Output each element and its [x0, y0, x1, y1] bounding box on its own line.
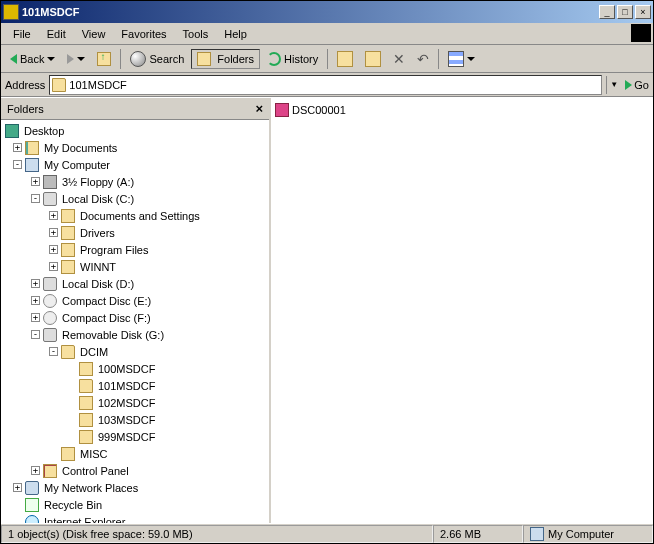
tree-floppy[interactable]: 3½ Floppy (A:)	[60, 176, 136, 188]
folder-icon	[79, 396, 93, 410]
menu-favorites[interactable]: Favorites	[113, 26, 174, 42]
folder-icon	[61, 226, 75, 240]
image-file-icon	[275, 103, 289, 117]
history-button[interactable]: History	[262, 50, 323, 68]
chevron-down-icon	[77, 57, 85, 61]
tree-dcim[interactable]: DCIM	[78, 346, 110, 358]
control-panel-icon	[43, 464, 57, 478]
mydocs-icon	[25, 141, 39, 155]
history-icon	[267, 52, 281, 66]
folder-icon	[61, 447, 75, 461]
tree-101msdcf[interactable]: 101MSDCF	[96, 380, 157, 392]
tree-cpanel[interactable]: Control Panel	[60, 465, 131, 477]
address-dropdown-button[interactable]: ▼	[606, 76, 621, 94]
address-input[interactable]: 101MSDCF	[49, 75, 602, 95]
tree-103msdcf[interactable]: 103MSDCF	[96, 414, 157, 426]
ie-icon	[25, 515, 39, 524]
expand-button[interactable]: +	[49, 211, 58, 220]
tree-mycomp[interactable]: My Computer	[42, 159, 112, 171]
drive-icon	[43, 192, 57, 206]
drive-icon	[43, 328, 57, 342]
folder-tree[interactable]: Desktop +My Documents -My Computer +3½ F…	[1, 120, 269, 523]
folder-open-icon	[79, 379, 93, 393]
move-to-button[interactable]	[332, 49, 358, 69]
collapse-button[interactable]: -	[49, 347, 58, 356]
tree-recycle[interactable]: Recycle Bin	[42, 499, 104, 511]
search-label: Search	[149, 53, 184, 65]
folders-button[interactable]: Folders	[191, 49, 260, 69]
collapse-button[interactable]: -	[31, 194, 40, 203]
cd-icon	[43, 294, 57, 308]
tree-mydocs[interactable]: My Documents	[42, 142, 119, 154]
expand-button[interactable]: +	[31, 313, 40, 322]
tree-docset[interactable]: Documents and Settings	[78, 210, 202, 222]
tree-ie[interactable]: Internet Explorer	[42, 516, 127, 524]
menu-view[interactable]: View	[74, 26, 114, 42]
tree-e[interactable]: Compact Disc (E:)	[60, 295, 153, 307]
minimize-button[interactable]: _	[599, 5, 615, 19]
arrow-forward-icon	[67, 54, 74, 64]
chevron-down-icon	[467, 57, 475, 61]
mycomp-icon	[530, 527, 544, 541]
tree-progfiles[interactable]: Program Files	[78, 244, 150, 256]
expand-button[interactable]: +	[31, 177, 40, 186]
tree-drivers[interactable]: Drivers	[78, 227, 117, 239]
views-button[interactable]	[443, 49, 480, 69]
separator	[120, 49, 121, 69]
tree-misc[interactable]: MISC	[78, 448, 110, 460]
tree-desktop[interactable]: Desktop	[22, 125, 66, 137]
expand-button[interactable]: +	[13, 483, 22, 492]
folder-icon	[79, 362, 93, 376]
folder-open-icon	[52, 78, 66, 92]
folder-icon	[79, 413, 93, 427]
go-button[interactable]: Go	[625, 79, 649, 91]
expand-button[interactable]: +	[31, 466, 40, 475]
menu-edit[interactable]: Edit	[39, 26, 74, 42]
window-icon	[3, 4, 19, 20]
address-label: Address	[5, 79, 45, 91]
up-button[interactable]	[92, 50, 116, 68]
expand-button[interactable]: +	[13, 143, 22, 152]
menu-file[interactable]: File	[5, 26, 39, 42]
tree-netplaces[interactable]: My Network Places	[42, 482, 140, 494]
back-label: Back	[20, 53, 44, 65]
tree-d[interactable]: Local Disk (D:)	[60, 278, 136, 290]
tree-100msdcf[interactable]: 100MSDCF	[96, 363, 157, 375]
expand-button[interactable]: +	[49, 262, 58, 271]
tree-102msdcf[interactable]: 102MSDCF	[96, 397, 157, 409]
tree-winnt[interactable]: WINNT	[78, 261, 118, 273]
tree-f[interactable]: Compact Disc (F:)	[60, 312, 153, 324]
title-bar: 101MSDCF _ □ ×	[1, 1, 653, 23]
file-item[interactable]: DSC00001	[275, 102, 649, 118]
contents-pane[interactable]: DSC00001	[271, 98, 653, 523]
forward-button[interactable]	[62, 52, 90, 66]
expand-button[interactable]: +	[31, 296, 40, 305]
menu-help[interactable]: Help	[216, 26, 255, 42]
expand-button[interactable]: +	[49, 245, 58, 254]
collapse-button[interactable]: -	[31, 330, 40, 339]
mycomp-icon	[25, 158, 39, 172]
go-icon	[625, 80, 632, 90]
folders-pane-close-button[interactable]: ×	[255, 101, 263, 116]
delete-button[interactable]: ✕	[388, 49, 410, 69]
tree-999msdcf[interactable]: 999MSDCF	[96, 431, 157, 443]
menu-tools[interactable]: Tools	[175, 26, 217, 42]
drive-icon	[43, 277, 57, 291]
search-button[interactable]: Search	[125, 49, 189, 69]
recycle-bin-icon	[25, 498, 39, 512]
status-objects: 1 object(s) (Disk free space: 59.0 MB)	[1, 525, 433, 543]
undo-icon: ↶	[417, 51, 429, 67]
undo-button[interactable]: ↶	[412, 49, 434, 69]
copy-to-button[interactable]	[360, 49, 386, 69]
tree-c[interactable]: Local Disk (C:)	[60, 193, 136, 205]
move-to-icon	[337, 51, 353, 67]
status-bar: 1 object(s) (Disk free space: 59.0 MB) 2…	[1, 523, 653, 543]
close-button[interactable]: ×	[635, 5, 651, 19]
maximize-button[interactable]: □	[617, 5, 633, 19]
expand-button[interactable]: +	[31, 279, 40, 288]
collapse-button[interactable]: -	[13, 160, 22, 169]
tree-g[interactable]: Removable Disk (G:)	[60, 329, 166, 341]
status-location: My Computer	[523, 525, 653, 543]
back-button[interactable]: Back	[5, 51, 60, 67]
expand-button[interactable]: +	[49, 228, 58, 237]
